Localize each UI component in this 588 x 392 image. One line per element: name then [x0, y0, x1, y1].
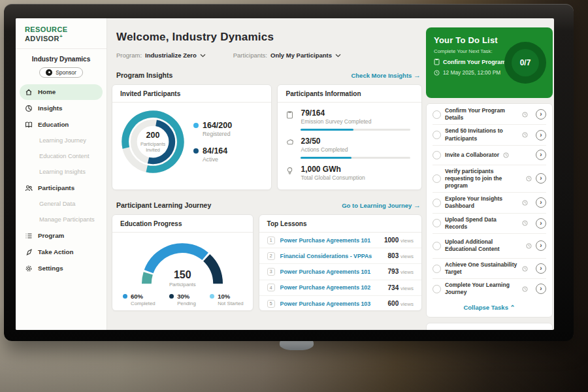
clock-icon [526, 243, 532, 249]
lesson-title-link[interactable]: Power Purchase Agreements 103 [280, 301, 383, 307]
clock-icon [434, 70, 440, 76]
sidebar-item-manage-participants[interactable]: Manage Participants [20, 212, 103, 227]
lesson-title-link[interactable]: Financial Considerations - VPPAs [280, 253, 383, 259]
sidebar-item-label: Education [38, 121, 69, 128]
task-label: Upload Additional Educational Content [445, 238, 518, 253]
task-row[interactable]: Send 50 Invitations to Participants › [433, 124, 546, 144]
sidebar-item-education-content[interactable]: Education Content [20, 149, 103, 164]
check-more-insights-link[interactable]: Check More Insights → [351, 71, 421, 79]
task-checkbox[interactable] [433, 265, 441, 273]
actions-icon [286, 139, 294, 146]
lesson-rank: 2 [267, 252, 275, 260]
lesson-title-link[interactable]: Power Purchase Agreements 101 [280, 269, 383, 275]
chevron-right-icon[interactable]: › [536, 173, 546, 184]
legend-value: 30% [177, 293, 196, 300]
chevron-right-icon[interactable]: › [536, 197, 546, 208]
donut-center-label: Participants Invited [134, 141, 172, 153]
lesson-title-link[interactable]: Power Purchase Agreements 102 [280, 284, 383, 291]
lesson-views: 803 [388, 252, 399, 259]
task-row[interactable]: Upload Additional Educational Content › [433, 233, 546, 258]
sidebar-item-insights[interactable]: Insights [20, 101, 103, 116]
todo-tasks-card: Confirm Your Program Details › Send 50 I… [426, 103, 553, 318]
gear-icon [25, 265, 33, 272]
info-value: 23/50 [301, 137, 410, 146]
sidebar-item-general-data[interactable]: General Data [20, 197, 103, 212]
insights-icon [25, 105, 33, 112]
task-row[interactable]: Upload Spend Data Records › [433, 213, 546, 233]
lesson-views: 1000 [384, 237, 399, 244]
collapse-tasks-link[interactable]: Collapse Tasks ⌃ [433, 299, 546, 314]
sidebar-item-label: Education Content [39, 153, 90, 159]
chevron-right-icon[interactable]: › [536, 284, 546, 294]
chevron-right-icon[interactable]: › [536, 109, 546, 120]
clock-icon [503, 152, 509, 158]
participants-filter-label: Participants: [233, 52, 267, 59]
todo-summary-card: Your To Do List Complete Your Next Task:… [426, 27, 553, 98]
legend-label: Registered [203, 131, 232, 137]
task-checkbox[interactable] [433, 131, 441, 139]
legend-item-pending: 30% Pending [169, 293, 196, 306]
task-checkbox[interactable] [433, 174, 441, 183]
lesson-row: 3 Power Purchase Agreements 101 793 view… [259, 264, 421, 280]
chevron-right-icon[interactable]: › [536, 150, 546, 160]
legend-dot [123, 294, 127, 299]
monitor-bezel: RESOURCE ADVISOR+ Industry Dynamics Spon… [4, 4, 574, 341]
lesson-rank: 4 [267, 284, 275, 291]
lesson-views: 600 [388, 300, 399, 307]
task-row[interactable]: Achieve One Sustainability Target › [433, 258, 546, 278]
task-label: Explore Your Insights Dashboard [445, 195, 518, 210]
logo-text-secondary: ADVISOR [25, 35, 59, 42]
lesson-rank: 1 [267, 237, 275, 244]
sidebar-item-education[interactable]: Education [20, 117, 103, 133]
chevron-right-icon[interactable]: › [536, 130, 546, 140]
sidebar-item-label: Learning Journey [39, 137, 86, 144]
sidebar-item-learning-insights[interactable]: Learning Insights [20, 165, 103, 180]
sidebar-item-settings[interactable]: Settings [20, 261, 103, 276]
invited-donut-chart: 200 Participants Invited [119, 108, 187, 176]
task-checkbox[interactable] [433, 110, 441, 119]
sidebar-item-home[interactable]: Home [20, 84, 103, 100]
clipboard-icon [286, 110, 293, 119]
logo-text-primary: RESOURCE [25, 25, 68, 33]
task-checkbox[interactable] [433, 219, 441, 227]
task-checkbox[interactable] [433, 285, 441, 293]
link-label: Go to Learning Journey [342, 202, 412, 209]
go-to-learning-journey-link[interactable]: Go to Learning Journey → [342, 201, 421, 209]
recent-news-title: Recent News [434, 329, 544, 330]
task-checkbox[interactable] [433, 199, 441, 207]
lesson-title-link[interactable]: Power Purchase Agreements 101 [280, 237, 379, 244]
chevron-right-icon[interactable]: › [536, 240, 546, 251]
chevron-right-icon[interactable]: › [536, 218, 546, 229]
sidebar-item-program[interactable]: Program [20, 228, 103, 244]
sidebar-item-label: Manage Participants [39, 216, 95, 223]
legend-item-completed: 60% Completed [123, 293, 155, 306]
dashboard-screen: RESOURCE ADVISOR+ Industry Dynamics Spon… [16, 18, 554, 330]
legend-value: 10% [218, 293, 243, 300]
sidebar-item-participants[interactable]: Participants [20, 180, 103, 196]
legend-value: 84/164 [203, 146, 227, 155]
org-name: Industry Dynamics [16, 56, 106, 63]
sidebar: RESOURCE ADVISOR+ Industry Dynamics Spon… [16, 18, 107, 330]
task-label: Upload Spend Data Records [445, 216, 518, 231]
task-checkbox[interactable] [433, 151, 441, 159]
views-suffix: views [400, 269, 414, 275]
sidebar-item-take-action[interactable]: Take Action [20, 244, 103, 260]
task-row[interactable]: Invite a Collaborator › [433, 145, 546, 165]
program-filter[interactable]: Program: Industrialize Zero [116, 52, 206, 59]
chevron-up-icon: ⌃ [510, 304, 515, 311]
clock-icon [522, 200, 528, 206]
sidebar-item-learning-journey[interactable]: Learning Journey [20, 133, 103, 148]
sidebar-item-label: Program [38, 232, 64, 239]
task-row[interactable]: Confirm Your Program Details › [433, 105, 546, 124]
legend-value: 164/200 [203, 121, 232, 130]
participants-filter[interactable]: Participants: Only My Participants [233, 52, 341, 59]
task-checkbox[interactable] [433, 242, 441, 250]
chevron-right-icon[interactable]: › [536, 263, 546, 274]
chevron-down-icon [200, 54, 206, 57]
task-label: Send 50 Invitations to Participants [445, 127, 518, 142]
education-progress-card: Education Progress 150 Participants [112, 214, 253, 311]
participants-filter-value: Only My Participants [270, 52, 332, 59]
task-row[interactable]: Explore Your Insights Dashboard › [433, 192, 546, 212]
task-row[interactable]: Verify participants requesting to join t… [433, 165, 546, 193]
task-row[interactable]: Complete Your Learning Journey › [433, 278, 546, 299]
